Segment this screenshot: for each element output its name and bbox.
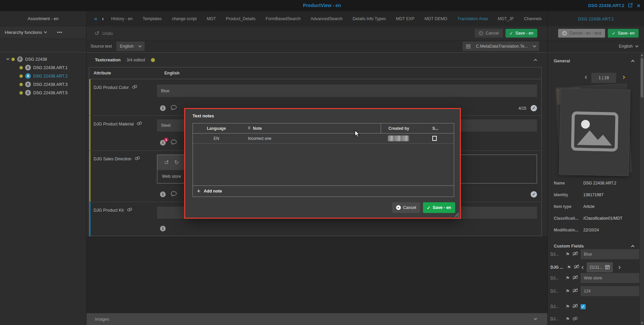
- tree-item-article-5[interactable]: A DSG 22438.ART.5: [0, 89, 86, 97]
- note-row[interactable]: EN Incorrect one: [193, 133, 454, 144]
- chevron-down-icon[interactable]: [44, 30, 47, 34]
- tree-item-article-2-selected[interactable]: A DSG 22438.ART.2: [0, 72, 86, 80]
- tabs-prev-icon[interactable]: ‹: [100, 16, 106, 22]
- column-created-by: Created by: [381, 123, 425, 133]
- tab-product-details[interactable]: Product_Details: [221, 16, 261, 21]
- tab-advancedsearch[interactable]: AdvancedSearch: [306, 16, 347, 21]
- tab-mdt-demo[interactable]: MDT DEMO: [420, 16, 452, 21]
- flag-icon[interactable]: ⚑: [566, 304, 570, 309]
- more-options-icon[interactable]: •••: [57, 30, 62, 35]
- dialog-save-button[interactable]: ✓ Save - en: [423, 202, 455, 213]
- flag-icon[interactable]: ⚑: [567, 265, 571, 270]
- column-note: Note: [253, 126, 262, 131]
- info-icon[interactable]: i: [160, 226, 166, 231]
- tab-mdt-jf[interactable]: MDT_JF: [493, 16, 519, 21]
- dialog-cancel-button[interactable]: ✕ Cancel: [392, 202, 420, 213]
- general-section-header[interactable]: General: [548, 55, 640, 66]
- unlink-icon[interactable]: [572, 304, 578, 310]
- comment-icon[interactable]: [171, 105, 177, 111]
- flag-icon[interactable]: ⚑: [566, 252, 570, 257]
- unlink-icon[interactable]: [572, 251, 578, 257]
- edit-toolbar: ↺ Undo ✕ Cancel ✓ Save - en: [87, 26, 547, 40]
- tab-history[interactable]: History - en: [106, 16, 138, 21]
- cancel-x-icon: ✕: [479, 31, 483, 36]
- dialog-resize-handle[interactable]: [455, 213, 459, 217]
- text-notes-dialog: Text notes Language ⠿ Note Created by S.…: [185, 109, 460, 218]
- cancel-x-icon: ✕: [562, 31, 567, 36]
- scroll-up-icon[interactable]: ▴: [640, 53, 644, 57]
- expand-section-icon[interactable]: [534, 317, 537, 320]
- editor-redo-icon[interactable]: ↻: [174, 159, 179, 166]
- note-select-checkbox[interactable]: [432, 136, 437, 141]
- add-note-button[interactable]: + Add note: [193, 185, 454, 197]
- approved-check-icon[interactable]: ✓: [531, 105, 537, 111]
- pager-prev-icon[interactable]: [585, 76, 588, 79]
- calendar-icon[interactable]: [605, 265, 610, 270]
- date-field[interactable]: 21/11...: [587, 262, 613, 272]
- pager-next-icon[interactable]: [622, 76, 625, 79]
- check-icon: ✓: [509, 31, 513, 36]
- tab-mdt[interactable]: MDT: [202, 16, 221, 21]
- value-input-product-color[interactable]: [157, 85, 537, 97]
- tab-translation-area-active[interactable]: Translation Area: [452, 16, 493, 21]
- collapse-section-icon[interactable]: [631, 60, 635, 63]
- save-en-button[interactable]: ✓ Save- en: [608, 29, 639, 38]
- tree-item-article-3[interactable]: A DSG 22438.ART.3: [0, 80, 86, 89]
- right-panel-toolbar: ✕ Cancel - en - test ✓ Save- en: [548, 26, 644, 40]
- expand-chevron-icon[interactable]: [6, 57, 10, 60]
- custom-field-input[interactable]: [581, 286, 639, 296]
- images-section-header[interactable]: Images: [87, 313, 547, 325]
- close-icon[interactable]: ✕: [637, 3, 641, 8]
- tree-item-product[interactable]: P DSG 22438: [0, 55, 86, 63]
- flag-icon[interactable]: ⚑: [566, 317, 570, 321]
- cancel-en-test-button[interactable]: ✕ Cancel - en - test: [558, 29, 605, 38]
- info-icon[interactable]: i: [160, 192, 166, 197]
- tab-formbasedsearch[interactable]: FormBasedSearch: [261, 16, 306, 21]
- hierarchy-functions-dropdown[interactable]: Hierarchy functions: [5, 30, 42, 35]
- approved-check-icon[interactable]: ✓: [531, 191, 537, 198]
- tab-change-script[interactable]: change script: [167, 16, 202, 21]
- collapse-section-icon[interactable]: [631, 245, 635, 248]
- open-in-new-window-icon[interactable]: [628, 3, 633, 9]
- date-prev-icon[interactable]: [581, 266, 585, 269]
- comment-icon[interactable]: [171, 191, 177, 198]
- scroll-down-icon[interactable]: ▾: [640, 321, 644, 325]
- product-image-stack[interactable]: [556, 85, 632, 181]
- column-grip-icon[interactable]: ⠿: [248, 126, 251, 130]
- unlink-icon[interactable]: [574, 264, 580, 270]
- editor-text[interactable]: Web store: [162, 174, 181, 179]
- flag-icon[interactable]: ⚑: [566, 276, 570, 280]
- tab-mdt-exp[interactable]: MDT EXP: [391, 16, 419, 21]
- undo-button[interactable]: ↺ Undo: [95, 31, 113, 36]
- collapse-section-icon[interactable]: [534, 59, 537, 62]
- save-button[interactable]: ✓ Save - en: [505, 29, 537, 38]
- general-fields: NameDSG 22438.ART.2 Identity138171987 It…: [554, 181, 639, 239]
- tab-templates[interactable]: Templates: [138, 16, 167, 21]
- scrollbar-thumb[interactable]: [641, 58, 643, 98]
- custom-field-row: DJ... ⚑: [550, 273, 639, 283]
- panel-language-dropdown[interactable]: English: [548, 40, 644, 53]
- editor-undo-icon[interactable]: ↺: [164, 159, 169, 166]
- custom-field-input[interactable]: [581, 249, 639, 259]
- comment-icon[interactable]: [171, 140, 177, 146]
- cancel-button[interactable]: ✕ Cancel: [475, 29, 503, 38]
- info-icon[interactable]: i: [160, 105, 166, 111]
- tab-channels[interactable]: Channels: [519, 16, 547, 21]
- status-dot-yellow: [19, 74, 23, 78]
- tab-details-info-types[interactable]: Details Info Types: [347, 16, 391, 21]
- unlink-icon[interactable]: [572, 275, 578, 281]
- notes-table: Language ⠿ Note Created by S... EN Incor…: [193, 123, 454, 197]
- info-icon[interactable]: i 1: [160, 140, 166, 146]
- metadata-translation-dropdown[interactable]: C.MetaDataTranslation.Te...: [463, 42, 539, 51]
- tabs-first-icon[interactable]: «: [92, 16, 100, 22]
- date-next-icon[interactable]: [617, 266, 621, 269]
- tree-item-article-1[interactable]: A DSG 22438.ART.1: [0, 63, 86, 72]
- custom-field-input[interactable]: [581, 273, 639, 283]
- source-language-dropdown[interactable]: English: [116, 42, 145, 51]
- product-type-icon: P: [17, 56, 23, 62]
- link-icon[interactable]: [572, 316, 578, 322]
- checkbox-checked[interactable]: ✓: [581, 304, 586, 309]
- flag-icon[interactable]: ⚑: [566, 289, 570, 293]
- panel-scrollbar[interactable]: ▴ ▾: [640, 53, 644, 325]
- unlink-icon[interactable]: [572, 288, 578, 294]
